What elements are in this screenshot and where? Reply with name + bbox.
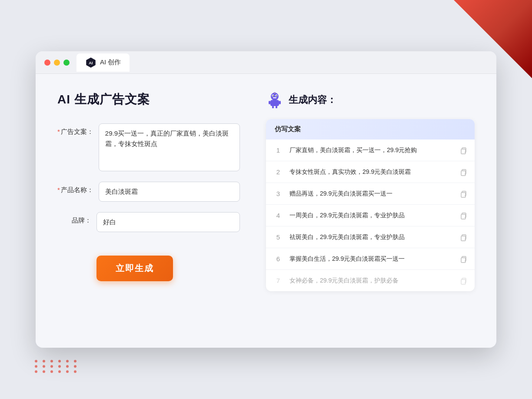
row-text: 赠品再送，29.9元美白淡斑霜买一送一 — [289, 189, 453, 198]
row-text: 厂家直销，美白淡斑霜，买一送一，29.9元抢购 — [289, 146, 453, 155]
product-name-label: *产品名称： — [57, 182, 99, 194]
row-number: 5 — [273, 233, 283, 241]
brand-input[interactable] — [96, 212, 240, 232]
tab-label: AI 创作 — [100, 58, 121, 66]
row-number: 1 — [273, 146, 283, 154]
right-panel: 生成内容： 仿写文案 1厂家直销，美白淡斑霜，买一送一，29.9元抢购 2专抹女… — [266, 91, 475, 330]
result-row: 6掌握美白生活，29.9元美白淡斑霜买一送一 — [266, 248, 475, 270]
results-list: 1厂家直销，美白淡斑霜，买一送一，29.9元抢购 2专抹女性斑点，真实功效，29… — [266, 140, 475, 291]
ai-tab[interactable]: AI AI 创作 — [76, 53, 130, 72]
result-row: 2专抹女性斑点，真实功效，29.9元美白淡斑霜 — [266, 161, 475, 183]
row-number: 3 — [273, 190, 283, 197]
row-text: 女神必备，29.9元美白淡斑霜，护肤必备 — [289, 276, 453, 285]
brand-row: 品牌： — [57, 212, 240, 232]
row-number: 7 — [273, 277, 283, 284]
ai-hexagon-icon: AI — [85, 57, 96, 68]
maximize-button[interactable] — [63, 60, 70, 66]
brand-label: 品牌： — [57, 212, 96, 225]
svg-rect-20 — [461, 236, 466, 241]
row-number: 4 — [273, 212, 283, 219]
minimize-button[interactable] — [54, 60, 60, 66]
browser-window: AI AI 创作 AI 生成广告文案 *广告文案： *产品名称： — [36, 51, 496, 348]
svg-rect-21 — [461, 258, 466, 263]
svg-rect-12 — [272, 106, 274, 108]
row-number: 2 — [273, 168, 283, 176]
copy-icon[interactable] — [459, 168, 468, 176]
traffic-lights — [44, 60, 70, 66]
main-content: AI 生成广告文案 *广告文案： *产品名称： 品牌： — [36, 74, 496, 348]
row-text: 祛斑美白，29.9元美白淡斑霜，专业护肤品 — [289, 233, 453, 242]
svg-rect-15 — [279, 101, 281, 104]
svg-rect-18 — [461, 193, 466, 197]
ad-copy-row: *广告文案： — [57, 123, 240, 171]
row-number: 6 — [273, 255, 283, 263]
row-text: 一周美白，29.9元美白淡斑霜，专业护肤品 — [289, 211, 453, 220]
product-name-input[interactable] — [99, 182, 240, 202]
svg-text:AI: AI — [89, 60, 93, 65]
left-panel: AI 生成广告文案 *广告文案： *产品名称： 品牌： — [57, 91, 240, 330]
required-mark: * — [57, 128, 60, 135]
row-text: 专抹女性斑点，真实功效，29.9元美白淡斑霜 — [289, 167, 453, 176]
copy-icon[interactable] — [459, 255, 468, 263]
result-row: 7女神必备，29.9元美白淡斑霜，护肤必备 — [266, 270, 475, 291]
close-button[interactable] — [44, 60, 50, 66]
row-text: 掌握美白生活，29.9元美白淡斑霜买一送一 — [289, 254, 453, 263]
svg-point-5 — [273, 95, 273, 96]
ad-copy-input[interactable] — [99, 123, 240, 171]
results-container: 仿写文案 1厂家直销，美白淡斑霜，买一送一，29.9元抢购 2专抹女性斑点，真实… — [266, 119, 475, 291]
robot-icon — [266, 91, 283, 109]
svg-point-6 — [276, 95, 277, 96]
generate-button[interactable]: 立即生成 — [96, 256, 173, 281]
result-row: 3赠品再送，29.9元美白淡斑霜买一送一 — [266, 183, 475, 205]
required-mark-2: * — [57, 186, 60, 193]
bg-decoration-bottom-left — [35, 360, 79, 373]
copy-icon[interactable] — [459, 233, 468, 242]
svg-rect-7 — [273, 97, 276, 98]
copy-icon[interactable] — [459, 211, 468, 220]
svg-rect-14 — [269, 101, 270, 104]
copy-icon[interactable] — [459, 190, 468, 198]
title-bar: AI AI 创作 — [36, 51, 496, 74]
page-title: AI 生成广告文案 — [57, 91, 240, 108]
right-header: 生成内容： — [266, 91, 475, 109]
svg-rect-16 — [461, 149, 466, 154]
ad-copy-label: *广告文案： — [57, 123, 99, 136]
svg-rect-22 — [461, 279, 466, 284]
results-header: 仿写文案 — [266, 119, 475, 140]
copy-icon[interactable] — [459, 146, 468, 155]
result-row: 4一周美白，29.9元美白淡斑霜，专业护肤品 — [266, 205, 475, 226]
svg-rect-17 — [461, 171, 466, 176]
product-name-row: *产品名称： — [57, 182, 240, 202]
svg-point-10 — [274, 93, 275, 93]
copy-icon[interactable] — [459, 276, 468, 285]
result-row: 5祛斑美白，29.9元美白淡斑霜，专业护肤品 — [266, 226, 475, 248]
result-row: 1厂家直销，美白淡斑霜，买一送一，29.9元抢购 — [266, 140, 475, 161]
svg-rect-11 — [270, 100, 279, 106]
svg-rect-19 — [461, 214, 466, 219]
svg-rect-13 — [276, 106, 277, 108]
right-title: 生成内容： — [289, 93, 336, 106]
